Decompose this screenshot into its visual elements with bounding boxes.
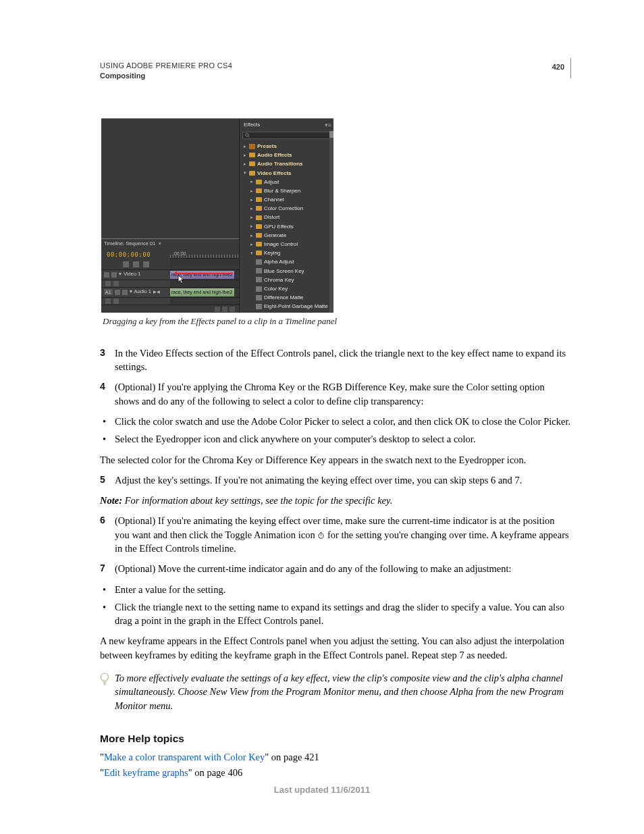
folder-icon — [256, 242, 262, 246]
marker-icon[interactable] — [133, 261, 139, 267]
speaker-icon[interactable] — [115, 290, 120, 295]
effects-tree: ▸Presets ▸Audio Effects ▸Audio Transitio… — [240, 140, 333, 313]
help-link-2: "Edit keyframe graphs" on page 406 — [100, 766, 571, 779]
tree-gpu-effects[interactable]: ▸GPU Effects — [242, 222, 332, 231]
screenshot-mock: Timeline: Sequence 01 × 00;00;00;00 ;0 — [101, 118, 333, 313]
tree-video-effects[interactable]: ▾Video Effects — [242, 169, 332, 178]
audio-track-sub — [101, 297, 239, 305]
effect-icon — [256, 277, 262, 282]
timecode[interactable]: 00;00;00;00 — [101, 249, 170, 261]
chapter-name: Compositing — [100, 71, 232, 81]
svg-rect-3 — [321, 532, 323, 533]
step-4-bullet-2: • Select the Eyedropper icon and click a… — [100, 432, 571, 446]
tree-presets[interactable]: ▸Presets — [242, 142, 332, 151]
tree-blur-sharpen[interactable]: ▸Blur & Sharpen — [242, 186, 332, 195]
tree-image-control[interactable]: ▸Image Control — [242, 240, 332, 249]
play-icon[interactable] — [230, 307, 235, 312]
folder-icon — [249, 153, 255, 157]
bullet-text: Click the color swatch and use the Adobe… — [115, 415, 571, 428]
tree-distort[interactable]: ▸Distort — [242, 213, 332, 221]
step-text: (Optional) Move the current-time indicat… — [115, 562, 571, 575]
effects-tab-bar: Effects ▾≡ — [240, 119, 333, 130]
step-number: 3 — [100, 346, 115, 374]
audio-clip[interactable]: race, they end and high-five2 — [170, 288, 234, 296]
keyframe-toggle-icon[interactable] — [105, 281, 111, 286]
kf-nav-icon[interactable] — [113, 298, 119, 304]
effect-icon — [256, 304, 262, 309]
video-track-header[interactable]: ▾ Video 1 — [101, 270, 170, 280]
zoom-slider[interactable] — [222, 307, 227, 312]
figure-caption: Dragging a key from the Effects panel to… — [103, 315, 571, 328]
eye-icon[interactable] — [104, 272, 109, 278]
keyframe-toggle-icon[interactable] — [105, 298, 111, 304]
tree-keying[interactable]: ▾Keying — [242, 249, 332, 257]
tree-adjust[interactable]: ▸Adjust — [242, 178, 332, 186]
audio-track-header[interactable]: A1 ▾ Audio 1 ▶◀ — [101, 288, 170, 297]
tree-eight-point[interactable]: Eight-Point Garbage Matte — [242, 302, 332, 311]
audio-track-body[interactable]: race, they end and high-five2 — [170, 288, 239, 297]
bullet-glyph: • — [100, 415, 115, 428]
effects-scrollbar[interactable] — [329, 131, 333, 313]
time-ruler[interactable]: ;00;00 — [170, 249, 239, 259]
tree-blue-screen-key[interactable]: Blue Screen Key — [242, 267, 332, 276]
note-label: Note: — [100, 495, 122, 506]
step-number: 5 — [100, 473, 115, 487]
svg-line-1 — [248, 136, 250, 138]
step-number: 7 — [100, 562, 115, 575]
tree-color-correction[interactable]: ▸Color Correction — [242, 204, 332, 213]
audio-badge: A1 — [104, 289, 113, 296]
wrench-icon[interactable] — [143, 261, 149, 267]
kf-nav-icon[interactable] — [113, 281, 119, 286]
snap-icon[interactable] — [123, 261, 129, 267]
effects-panel: Effects ▾≡ ▸Presets ▸Audio Effects ▸Audi… — [239, 119, 333, 313]
timeline-tool-icons — [101, 261, 170, 269]
folder-icon — [256, 224, 262, 229]
svg-point-0 — [246, 134, 248, 136]
timeline-tab[interactable]: Timeline: Sequence 01 × — [101, 238, 239, 249]
stopwatch-icon — [317, 531, 325, 539]
effects-tab[interactable]: Effects — [244, 121, 260, 128]
bullet-text: Click the triangle next to the setting n… — [115, 600, 571, 628]
step-text: (Optional) If you're applying the Chroma… — [115, 380, 571, 408]
step-4-post: The selected color for the Chroma Key or… — [100, 453, 571, 467]
link-keyframe-graphs[interactable]: Edit keyframe graphs — [104, 767, 188, 778]
panel-menu-icon[interactable]: ▾≡ — [325, 121, 331, 130]
more-help-heading: More Help topics — [100, 731, 571, 746]
tree-audio-transitions[interactable]: ▸Audio Transitions — [242, 159, 332, 168]
timeline-zoom-controls[interactable] — [215, 307, 235, 312]
lock-icon[interactable] — [122, 290, 128, 295]
tree-channel[interactable]: ▸Channel — [242, 195, 332, 204]
help-link-1: "Make a color transparent with Color Key… — [100, 750, 571, 764]
effect-icon — [256, 259, 262, 265]
bullet-glyph: • — [100, 583, 115, 596]
figure: Timeline: Sequence 01 × 00;00;00;00 ;0 — [101, 118, 571, 328]
step-7-bullet-1: • Enter a value for the setting. — [100, 583, 571, 596]
drag-arrow-annotation — [176, 273, 233, 274]
tree-audio-effects[interactable]: ▸Audio Effects — [242, 151, 332, 159]
folder-icon — [256, 251, 262, 255]
cursor-icon — [178, 275, 185, 284]
tree-color-key[interactable]: Color Key — [242, 284, 332, 293]
effect-icon — [256, 286, 262, 292]
link-suffix: " on page 421 — [265, 752, 319, 762]
link-color-key[interactable]: Make a color transparent with Color Key — [104, 752, 265, 762]
header-divider — [570, 58, 571, 78]
zoom-out-icon[interactable] — [215, 307, 220, 312]
step-text: (Optional) If you're animating the keyin… — [115, 514, 571, 555]
tree-difference-matte[interactable]: Difference Matte — [242, 293, 332, 302]
tree-alpha-adjust[interactable]: Alpha Adjust — [242, 257, 332, 266]
tree-chroma-key[interactable]: Chroma Key — [242, 276, 332, 284]
tree-generate[interactable]: ▸Generate — [242, 231, 332, 240]
link-suffix: " on page 406 — [188, 767, 242, 778]
step-7-bullet-2: • Click the triangle next to the setting… — [100, 600, 571, 628]
header-left-block: USING ADOBE PREMIERE PRO CS4 Compositing — [100, 61, 232, 82]
video-track-sub — [101, 280, 239, 287]
video-track: ▾ Video 1 race, they end and high-five2 — [101, 269, 239, 280]
step-6: 6 (Optional) If you're animating the key… — [100, 514, 571, 555]
step-4: 4 (Optional) If you're applying the Chro… — [100, 380, 571, 408]
effect-icon — [256, 268, 262, 273]
folder-icon — [256, 180, 262, 184]
lock-icon[interactable] — [111, 272, 117, 278]
effects-search[interactable] — [242, 132, 331, 139]
timeline-body: 00;00;00;00 ;00;00 — [101, 249, 239, 269]
